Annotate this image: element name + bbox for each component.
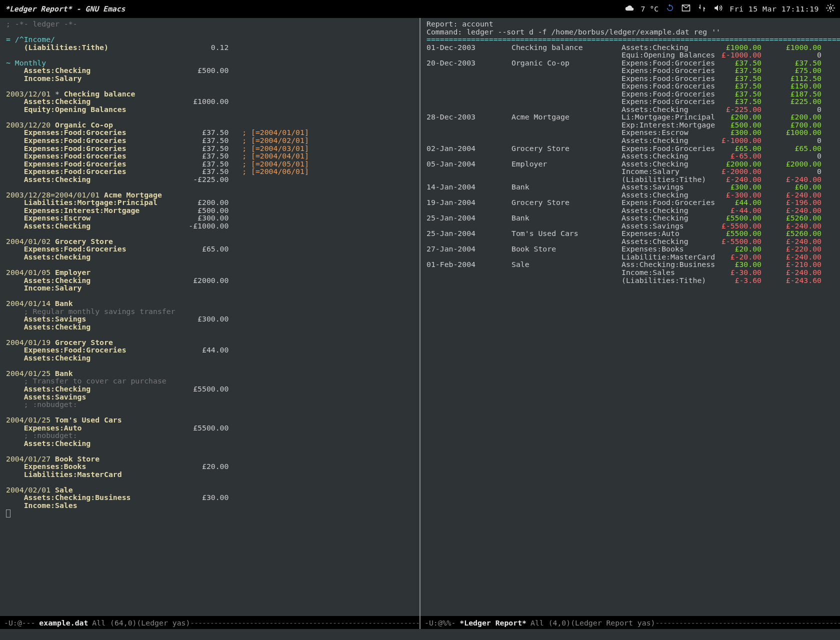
report-row[interactable]: Expens:Food:Groceries£37.50£225.00 (426, 98, 835, 106)
ledger-line[interactable]: Equity:Opening Balances (6, 106, 414, 114)
report-row[interactable]: Assets:Checking£-225.000 (426, 106, 835, 114)
ledger-line[interactable]: 2004/01/25 Bank (6, 370, 414, 378)
ledger-line[interactable]: ; Regular monthly savings transfer (6, 308, 414, 316)
ledger-line[interactable]: Expenses:Interest:Mortgage £500.00 (6, 206, 414, 214)
ledger-line[interactable]: 2004/01/19 Grocery Store (6, 338, 414, 346)
ledger-line[interactable]: ; :nobudget: (6, 400, 414, 408)
settings-icon[interactable] (826, 4, 835, 14)
ledger-line[interactable]: Assets:Checking (6, 440, 414, 448)
ledger-line[interactable]: Expenses:Food:Groceries £37.50 ; [=2004/… (6, 136, 414, 144)
report-row[interactable]: Exp:Interest:Mortgage£500.00£700.00 (426, 121, 835, 129)
report-row[interactable]: Assets:Savings£-5500.00£-240.00 (426, 222, 835, 230)
ledger-line[interactable]: 2004/01/05 Employer (6, 268, 414, 276)
ledger-line[interactable]: Assets:Checking £500.00 (6, 66, 414, 74)
ledger-line[interactable]: 2004/01/02 Grocery Store (6, 238, 414, 246)
ledger-line[interactable]: Expenses:Food:Groceries £37.50 ; [=2004/… (6, 160, 414, 168)
ledger-line[interactable]: 2004/01/14 Bank (6, 300, 414, 308)
ledger-line[interactable] (6, 183, 414, 191)
report-row[interactable]: Income:Sales£-30.00£-240.00 (426, 268, 835, 276)
ledger-line[interactable] (6, 51, 414, 59)
ledger-line[interactable] (6, 408, 414, 416)
ledger-line[interactable]: 2004/01/25 Tom's Used Cars (6, 416, 414, 424)
report-row[interactable]: Expenses:Escrow£300.00£1000.00 (426, 128, 835, 136)
report-row[interactable]: Assets:Checking£-65.000 (426, 152, 835, 160)
ledger-line[interactable]: Income:Sales (6, 502, 414, 510)
report-row[interactable]: Assets:Checking£-44.00£-240.00 (426, 206, 835, 214)
ledger-line[interactable]: Assets:Checking -£1000.00 (6, 222, 414, 230)
ledger-line[interactable]: = /^Income/ (6, 36, 414, 44)
ledger-line[interactable]: Assets:Checking:Business £30.00 (6, 494, 414, 502)
ledger-line[interactable]: Assets:Checking (6, 323, 414, 331)
report-row[interactable]: Expens:Food:Groceries£37.50£75.00 (426, 66, 835, 74)
ledger-line[interactable]: Expenses:Food:Groceries £37.50 ; [=2004/… (6, 128, 414, 136)
ledger-line[interactable]: Expenses:Food:Groceries £37.50 ; [=2004/… (6, 168, 414, 176)
ledger-file-buffer[interactable]: ; -*- ledger -*- = /^Income/ (Liabilitie… (0, 18, 420, 616)
report-row[interactable]: 20-Dec-2003Organic Co-opExpens:Food:Groc… (426, 59, 835, 67)
right-pane-ledger-report[interactable]: Report: accountCommand: ledger --sort d … (420, 18, 840, 629)
ledger-line[interactable]: Liabilities:MasterCard (6, 470, 414, 478)
ledger-line[interactable]: 2003/12/01 * Checking balance (6, 90, 414, 98)
ledger-line[interactable]: 2004/01/27 Book Store (6, 455, 414, 463)
ledger-line[interactable]: Liabilities:Mortgage:Principal £200.00 (6, 198, 414, 206)
left-pane-ledger-file[interactable]: ; -*- ledger -*- = /^Income/ (Liabilitie… (0, 18, 420, 629)
report-row[interactable]: 25-Jan-2004BankAssets:Checking£5500.00£5… (426, 214, 835, 222)
report-row[interactable]: Assets:Checking£-5500.00£-240.00 (426, 238, 835, 246)
ledger-line[interactable]: ; :nobudget: (6, 432, 414, 440)
report-row[interactable]: 01-Dec-2003Checking balanceAssets:Checki… (426, 44, 835, 52)
ledger-line[interactable] (6, 82, 414, 90)
minibuffer[interactable] (0, 629, 840, 640)
ledger-line[interactable]: Assets:Checking £1000.00 (6, 98, 414, 106)
ledger-line[interactable]: Assets:Checking -£225.00 (6, 176, 414, 184)
volume-icon[interactable] (714, 4, 722, 14)
report-row[interactable]: (Liabilities:Tithe)£-240.00£-240.00 (426, 176, 835, 184)
report-row[interactable]: Liabilitie:MasterCard£-20.00£-240.00 (426, 253, 835, 261)
ledger-line[interactable]: Assets:Checking £5500.00 (6, 385, 414, 393)
ledger-report-buffer[interactable]: Report: accountCommand: ledger --sort d … (420, 18, 840, 616)
ledger-line[interactable] (6, 260, 414, 268)
ledger-line[interactable]: ; Transfer to cover car purchase (6, 377, 414, 385)
report-row[interactable]: 27-Jan-2004Book StoreExpenses:Books£20.0… (426, 245, 835, 253)
ledger-line[interactable] (6, 447, 414, 455)
report-row[interactable]: Assets:Checking£-1000.000 (426, 136, 835, 144)
report-row[interactable]: 14-Jan-2004BankAssets:Savings£300.00£60.… (426, 183, 835, 191)
report-header-line[interactable]: Report: account (426, 20, 835, 28)
ledger-line[interactable]: 2003/12/20 Organic Co-op (6, 121, 414, 129)
ledger-line[interactable] (6, 230, 414, 238)
report-row[interactable]: 02-Jan-2004Grocery StoreExpens:Food:Groc… (426, 144, 835, 152)
ledger-line[interactable]: Income:Salary (6, 74, 414, 82)
report-row[interactable]: 05-Jan-2004EmployerAssets:Checking£2000.… (426, 160, 835, 168)
ledger-line[interactable]: Assets:Checking £2000.00 (6, 276, 414, 284)
report-header-line[interactable]: Command: ledger --sort d -f /home/borbus… (426, 28, 835, 36)
refresh-icon[interactable] (666, 4, 674, 14)
ledger-line[interactable]: Expenses:Auto £5500.00 (6, 424, 414, 432)
ledger-line[interactable] (6, 330, 414, 338)
ledger-line[interactable]: Assets:Checking (6, 253, 414, 261)
report-row[interactable]: Assets:Checking£-300.00£-240.00 (426, 191, 835, 199)
weather-indicator[interactable] (625, 4, 634, 14)
clock[interactable]: Fri 15 Mar 17:11:19 (730, 4, 819, 13)
ledger-line[interactable]: ; -*- ledger -*- (6, 20, 414, 28)
ledger-line[interactable]: Expenses:Food:Groceries £37.50 ; [=2004/… (6, 144, 414, 152)
report-row[interactable]: Expens:Food:Groceries£37.50£112.50 (426, 74, 835, 82)
ledger-line[interactable]: Expenses:Food:Groceries £44.00 (6, 346, 414, 354)
report-separator[interactable]: ========================================… (426, 36, 835, 44)
report-row[interactable]: Income:Salary£-2000.000 (426, 168, 835, 176)
network-icon[interactable] (698, 4, 706, 14)
ledger-line[interactable]: ~ Monthly (6, 59, 414, 67)
ledger-line[interactable] (6, 509, 414, 518)
report-row[interactable]: 01-Feb-2004SaleAss:Checking:Business£30.… (426, 260, 835, 268)
ledger-line[interactable] (6, 292, 414, 300)
report-row[interactable]: (Liabilities:Tithe)£-3.60£-243.60 (426, 276, 835, 284)
report-row[interactable]: 25-Jan-2004Tom's Used CarsExpenses:Auto£… (426, 230, 835, 238)
ledger-line[interactable]: Income:Salary (6, 284, 414, 292)
ledger-line[interactable]: Assets:Checking (6, 354, 414, 362)
ledger-line[interactable]: Assets:Savings (6, 393, 414, 401)
ledger-line[interactable] (6, 362, 414, 370)
ledger-line[interactable]: Expenses:Escrow £300.00 (6, 214, 414, 222)
ledger-line[interactable]: Assets:Savings £300.00 (6, 315, 414, 323)
report-row[interactable]: 19-Jan-2004Grocery StoreExpens:Food:Groc… (426, 198, 835, 206)
ledger-line[interactable]: Expenses:Books £20.00 (6, 462, 414, 470)
ledger-line[interactable]: Expenses:Food:Groceries £65.00 (6, 245, 414, 253)
ledger-line[interactable]: (Liabilities:Tithe) 0.12 (6, 44, 414, 52)
ledger-line[interactable]: 2004/02/01 Sale (6, 486, 414, 494)
